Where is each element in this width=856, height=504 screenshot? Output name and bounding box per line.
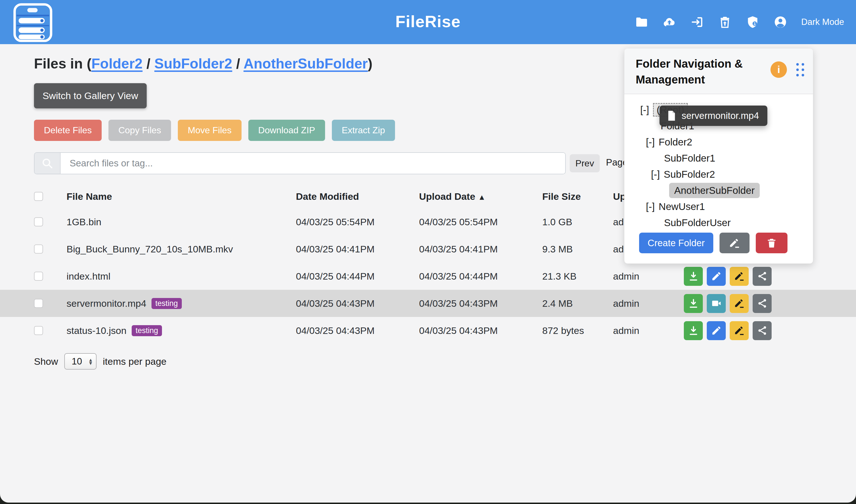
download-button[interactable] — [684, 294, 703, 313]
per-page-select[interactable]: 10 ▴▾ — [64, 353, 97, 370]
file-name[interactable]: Big_Buck_Bunny_720_10s_10MB.mkv — [67, 244, 233, 255]
upload-date: 04/03/25 04:44PM — [419, 271, 542, 282]
tree-label[interactable]: SubFolderUser — [664, 217, 731, 228]
row-checkbox[interactable] — [34, 245, 43, 254]
file-size: 872 bytes — [542, 325, 613, 336]
tree-item-subfolder1[interactable]: SubFolder1 — [624, 150, 813, 166]
collapse-toggle[interactable]: [-] — [651, 169, 660, 180]
upload-date: 04/03/25 04:41PM — [419, 244, 542, 255]
admin-shield-icon[interactable] — [746, 15, 760, 29]
search-input[interactable] — [60, 153, 565, 174]
col-file-name[interactable]: File Name — [67, 191, 296, 202]
tree-item-subfolderuser[interactable]: SubFolderUser — [624, 215, 813, 231]
restore-trash-icon[interactable] — [718, 15, 732, 29]
file-name[interactable]: 1GB.bin — [67, 216, 101, 228]
collapse-toggle[interactable]: [-] — [646, 201, 655, 212]
search-box — [34, 152, 566, 174]
tree-label[interactable]: NewUser1 — [659, 201, 705, 212]
app-title: FileRise — [395, 12, 460, 31]
rename-tag-button[interactable] — [730, 294, 749, 313]
row-checkbox[interactable] — [34, 217, 43, 227]
col-upload-date[interactable]: Upload Date▲ — [419, 191, 542, 202]
dark-mode-toggle[interactable]: Dark Mode — [801, 17, 844, 27]
download-button[interactable] — [684, 267, 703, 286]
per-page-value: 10 — [72, 356, 87, 367]
breadcrumb-suffix: ) — [368, 56, 373, 72]
prev-page-button[interactable]: Prev — [570, 154, 600, 172]
file-size: 2.4 MB — [542, 298, 613, 309]
edit-button[interactable] — [707, 267, 726, 286]
date-modified: 04/03/25 05:54PM — [296, 216, 419, 228]
file-name[interactable]: status-10.json — [67, 325, 126, 336]
col-file-size[interactable]: File Size — [542, 191, 613, 202]
tree-item-anothersubfolder-selected[interactable]: AnotherSubFolder — [624, 182, 813, 198]
breadcrumb: Files in (Folder2 / SubFolder2 / Another… — [34, 55, 372, 72]
file-name[interactable]: index.html — [67, 271, 110, 282]
row-actions — [684, 321, 856, 340]
row-checkbox[interactable] — [34, 272, 43, 281]
tree-item-folder2[interactable]: [-] Folder2 — [624, 134, 813, 150]
copy-files-button[interactable]: Copy Files — [108, 120, 171, 141]
share-button[interactable] — [753, 321, 772, 340]
account-icon[interactable] — [773, 15, 787, 29]
row-checkbox[interactable] — [34, 299, 43, 308]
col-date-modified[interactable]: Date Modified — [296, 191, 419, 202]
tree-item-newuser1[interactable]: [-] NewUser1 — [624, 198, 813, 215]
breadcrumb-link-folder2[interactable]: Folder2 — [91, 56, 143, 72]
folder-icon[interactable] — [634, 15, 649, 29]
info-icon[interactable]: i — [770, 61, 787, 78]
search-icon — [35, 153, 60, 174]
table-row-servermonitor-selected[interactable]: servermonitor.mp4 testing 04/03/25 04:43… — [0, 290, 856, 317]
collapse-toggle[interactable]: [-] — [640, 104, 649, 115]
play-video-button[interactable] — [707, 294, 726, 313]
row-checkbox[interactable] — [34, 326, 43, 335]
sort-asc-icon: ▲ — [478, 193, 486, 201]
create-folder-button[interactable]: Create Folder — [639, 233, 713, 253]
delete-files-button[interactable]: Delete Files — [34, 120, 102, 141]
edit-button[interactable] — [707, 321, 726, 340]
top-bar-actions: Dark Mode — [634, 0, 844, 44]
rename-tag-button[interactable] — [730, 321, 749, 340]
download-zip-button[interactable]: Download ZIP — [248, 120, 325, 141]
sign-in-icon[interactable] — [690, 15, 704, 29]
tree-label-selected[interactable]: AnotherSubFolder — [669, 183, 760, 198]
switch-gallery-view-button[interactable]: Switch to Gallery View — [34, 83, 147, 108]
row-actions — [684, 267, 856, 286]
select-all-checkbox[interactable] — [34, 192, 43, 201]
breadcrumb-link-anothersubfolder[interactable]: AnotherSubFolder — [244, 56, 368, 72]
folder-panel-header: Folder Navigation & Management i — [624, 48, 813, 94]
file-name[interactable]: servermonitor.mp4 — [67, 298, 146, 309]
drag-ghost-filename: servermonitor.mp4 — [682, 110, 759, 121]
tree-label[interactable]: SubFolder1 — [664, 152, 715, 164]
download-button[interactable] — [684, 321, 703, 340]
date-modified: 04/03/25 04:44PM — [296, 271, 419, 282]
table-row-index-html[interactable]: index.html 04/03/25 04:44PM 04/03/25 04:… — [0, 263, 856, 290]
upload-date: 04/03/25 04:43PM — [419, 298, 542, 309]
tree-label[interactable]: SubFolder2 — [664, 169, 715, 180]
rename-folder-button[interactable] — [719, 233, 750, 253]
move-files-button[interactable]: Move Files — [178, 120, 242, 141]
share-button[interactable] — [753, 267, 772, 286]
uploader: admin — [613, 271, 684, 282]
folder-tree: [-] (Root) Folder1 [-] Folder2 SubFolder… — [624, 94, 813, 231]
share-button[interactable] — [753, 294, 772, 313]
uploader: admin — [613, 298, 684, 309]
drag-handle-icon[interactable] — [796, 63, 804, 77]
extract-zip-button[interactable]: Extract Zip — [332, 120, 395, 141]
app-window: FileRise Dark Mode Files in (Fo — [0, 0, 856, 503]
rename-tag-button[interactable] — [730, 267, 749, 286]
filerise-logo[interactable] — [13, 3, 53, 41]
file-size: 21.3 KB — [542, 271, 613, 282]
upload-cloud-icon[interactable] — [662, 15, 677, 29]
bulk-actions: Delete Files Copy Files Move Files Downl… — [34, 120, 395, 141]
delete-folder-button[interactable] — [756, 233, 787, 253]
collapse-toggle[interactable]: [-] — [646, 137, 655, 148]
server-logo-icon — [13, 3, 53, 42]
breadcrumb-link-subfolder2[interactable]: SubFolder2 — [154, 56, 232, 72]
breadcrumb-separator: / — [232, 56, 244, 72]
table-row-status-json[interactable]: status-10.json testing 04/03/25 04:43PM … — [0, 317, 856, 344]
folder-panel-title: Folder Navigation & Management — [636, 56, 786, 87]
tree-item-subfolder2[interactable]: [-] SubFolder2 — [624, 166, 813, 182]
upload-date: 04/03/25 04:43PM — [419, 325, 542, 336]
tree-label[interactable]: Folder2 — [659, 137, 692, 148]
